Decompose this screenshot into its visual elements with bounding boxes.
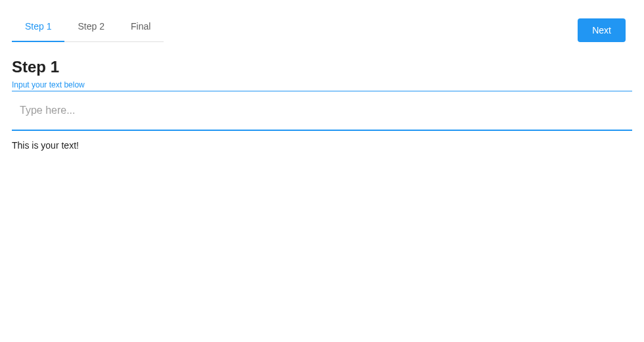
text-field-input[interactable]	[12, 91, 632, 131]
text-field-wrap: Input your text below	[12, 80, 632, 131]
step-heading: Step 1	[12, 58, 632, 76]
tab-step-1[interactable]: Step 1	[12, 12, 64, 41]
next-button[interactable]: Next	[578, 18, 626, 42]
tabs-container: Step 1 Step 2 Final	[12, 12, 164, 42]
result-text: This is your text!	[12, 140, 632, 151]
tab-step-2[interactable]: Step 2	[64, 12, 117, 41]
topbar: Step 1 Step 2 Final Next	[12, 12, 632, 42]
text-field-label: Input your text below	[12, 80, 632, 89]
step-content: Step 1 Input your text below This is you…	[12, 58, 632, 151]
tab-final[interactable]: Final	[118, 12, 164, 41]
